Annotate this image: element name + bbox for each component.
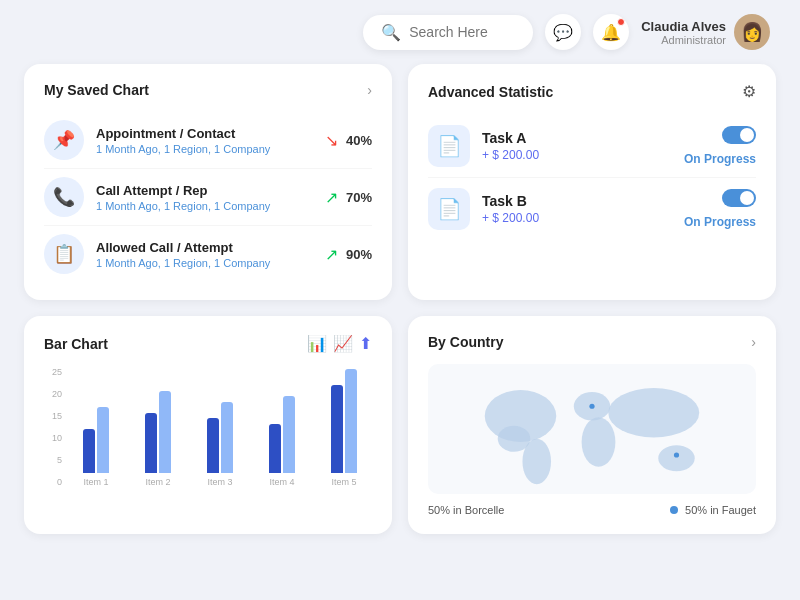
item-right: ↘ 40% <box>325 131 372 150</box>
bar-dark <box>145 413 157 474</box>
advanced-statistic-title: Advanced Statistic <box>428 84 553 100</box>
bar-label: Item 3 <box>207 477 232 487</box>
task-item: 📄 Task A + $ 200.00 On Progress <box>428 115 756 178</box>
bar-chart-icon[interactable]: 📊 <box>307 334 327 353</box>
task-b-icon: 📄 <box>428 188 470 230</box>
item-subtitle: 1 Month Ago, 1 Region, 1 Company <box>96 200 270 212</box>
task-status: On Progress <box>684 152 756 166</box>
by-country-title: By Country <box>428 334 503 350</box>
task-item: 📄 Task B + $ 200.00 On Progress <box>428 178 756 240</box>
allowed-icon: 📋 <box>44 234 84 274</box>
bar-group: Item 3 <box>192 402 248 488</box>
filter-icon[interactable]: ⚙ <box>742 82 756 101</box>
task-left: 📄 Task B + $ 200.00 <box>428 188 539 230</box>
item-subtitle: 1 Month Ago, 1 Region, 1 Company <box>96 143 270 155</box>
bar-pair <box>316 369 372 474</box>
bar-pair <box>130 391 186 474</box>
user-profile[interactable]: Claudia Alves Administrator 👩 <box>641 14 770 50</box>
task-a-toggle[interactable] <box>722 126 756 144</box>
svg-point-4 <box>582 417 616 466</box>
item-left: 📌 Appointment / Contact 1 Month Ago, 1 R… <box>44 120 270 160</box>
svg-point-8 <box>674 452 679 457</box>
task-right: On Progress <box>684 126 756 166</box>
item-info: Appointment / Contact 1 Month Ago, 1 Reg… <box>96 126 270 155</box>
bar-label: Item 5 <box>331 477 356 487</box>
saved-chart-card: My Saved Chart › 📌 Appointment / Contact… <box>24 64 392 300</box>
avatar: 👩 <box>734 14 770 50</box>
by-country-card: By Country › <box>408 316 776 534</box>
legend-item-fauget: 50% in Fauget <box>670 504 756 516</box>
user-role: Administrator <box>641 34 726 46</box>
bars-container: Item 1Item 2Item 3Item 4Item 5 <box>68 367 372 487</box>
by-country-chevron-icon[interactable]: › <box>751 334 756 350</box>
item-info: Call Attempt / Rep 1 Month Ago, 1 Region… <box>96 183 270 212</box>
bar-label: Item 1 <box>83 477 108 487</box>
legend-label: 50% in Fauget <box>685 504 756 516</box>
list-item: 📌 Appointment / Contact 1 Month Ago, 1 R… <box>44 112 372 169</box>
item-title: Call Attempt / Rep <box>96 183 270 198</box>
task-amount: + $ 200.00 <box>482 211 539 225</box>
bar-pair <box>68 407 124 473</box>
advanced-statistic-header: Advanced Statistic ⚙ <box>428 82 756 101</box>
bar-chart-card: Bar Chart 📊 📈 ⬆ 2520151050 Item 1Item 2I… <box>24 316 392 534</box>
by-country-header: By Country › <box>428 334 756 350</box>
chart-actions: 📊 📈 ⬆ <box>307 334 372 353</box>
bar-pair <box>254 396 310 473</box>
item-left: 📞 Call Attempt / Rep 1 Month Ago, 1 Regi… <box>44 177 270 217</box>
main-content: My Saved Chart › 📌 Appointment / Contact… <box>0 64 800 550</box>
task-info: Task A + $ 200.00 <box>482 130 539 162</box>
bar-dark <box>83 429 95 473</box>
search-bar[interactable]: 🔍 <box>363 15 533 50</box>
trend-up-icon: ↗ <box>325 188 338 207</box>
search-input[interactable] <box>409 24 515 40</box>
bar-label: Item 4 <box>269 477 294 487</box>
bar-group: Item 5 <box>316 369 372 488</box>
bar-light <box>221 402 233 474</box>
task-left: 📄 Task A + $ 200.00 <box>428 125 539 167</box>
world-map <box>428 364 756 494</box>
map-svg <box>428 364 756 494</box>
task-amount: + $ 200.00 <box>482 148 539 162</box>
task-name: Task A <box>482 130 539 146</box>
saved-chart-title: My Saved Chart <box>44 82 149 98</box>
appointment-icon: 📌 <box>44 120 84 160</box>
legend-dot-icon <box>670 506 678 514</box>
user-name: Claudia Alves <box>641 19 726 34</box>
call-icon: 📞 <box>44 177 84 217</box>
bar-dark <box>331 385 343 473</box>
list-item: 📞 Call Attempt / Rep 1 Month Ago, 1 Regi… <box>44 169 372 226</box>
bar-group: Item 4 <box>254 396 310 487</box>
header: 🔍 💬 🔔 Claudia Alves Administrator 👩 <box>0 0 800 64</box>
y-axis: 2520151050 <box>44 367 62 487</box>
item-title: Appointment / Contact <box>96 126 270 141</box>
bar-dark <box>207 418 219 473</box>
trend-up-icon: ↗ <box>325 245 338 264</box>
item-title: Allowed Call / Attempt <box>96 240 270 255</box>
task-b-toggle[interactable] <box>722 189 756 207</box>
legend-label: 50% in Borcelle <box>428 504 504 516</box>
task-info: Task B + $ 200.00 <box>482 193 539 225</box>
notifications-button[interactable]: 🔔 <box>593 14 629 50</box>
item-percent: 70% <box>346 190 372 205</box>
bar-chart-title: Bar Chart <box>44 336 108 352</box>
item-right: ↗ 90% <box>325 245 372 264</box>
task-name: Task B <box>482 193 539 209</box>
bar-pair <box>192 402 248 474</box>
item-percent: 90% <box>346 247 372 262</box>
bar-dark <box>269 424 281 474</box>
messages-button[interactable]: 💬 <box>545 14 581 50</box>
item-left: 📋 Allowed Call / Attempt 1 Month Ago, 1 … <box>44 234 270 274</box>
item-right: ↗ 70% <box>325 188 372 207</box>
svg-point-7 <box>589 404 594 409</box>
svg-point-6 <box>658 445 694 471</box>
svg-point-2 <box>522 439 551 485</box>
bar-label: Item 2 <box>145 477 170 487</box>
bar-light <box>159 391 171 474</box>
legend-item-borcelle: 50% in Borcelle <box>428 504 504 516</box>
export-icon[interactable]: ⬆ <box>359 334 372 353</box>
task-a-icon: 📄 <box>428 125 470 167</box>
saved-chart-chevron-icon[interactable]: › <box>367 82 372 98</box>
bar-light <box>345 369 357 474</box>
line-chart-icon[interactable]: 📈 <box>333 334 353 353</box>
user-text: Claudia Alves Administrator <box>641 19 726 46</box>
